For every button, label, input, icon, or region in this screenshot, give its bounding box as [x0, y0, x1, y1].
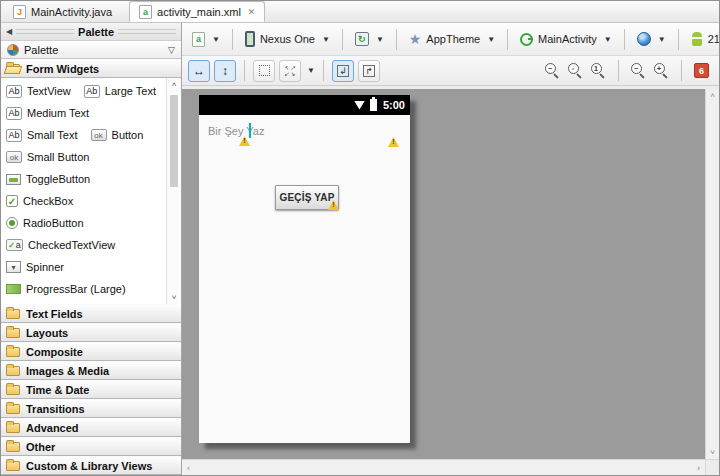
api-level-dropdown[interactable]: 21 ▼: [688, 30, 720, 48]
fill-width-toggle[interactable]: ↔: [188, 60, 210, 82]
section-transitions[interactable]: Transitions: [1, 399, 181, 418]
edittext-widget[interactable]: Bir Şey Yaz: [208, 125, 264, 137]
section-time-date[interactable]: Time & Date: [1, 380, 181, 399]
divider: [342, 29, 343, 50]
section-text-fields[interactable]: Text Fields: [1, 304, 181, 323]
divider: [232, 29, 233, 50]
section-label: Form Widgets: [26, 63, 99, 75]
zoom-fit-icon[interactable]: −: [545, 63, 560, 78]
palette-row: Small Text Button: [6, 124, 165, 146]
editor-area: ▼ Nexus One ▼ ▼ AppTheme ▼: [182, 23, 719, 475]
palette-item-button[interactable]: Button: [91, 129, 144, 141]
divider: [681, 60, 682, 81]
radiobutton-icon: [6, 217, 18, 229]
snap-to-grid-toggle[interactable]: ↲: [332, 60, 354, 82]
textview-icon: [6, 85, 22, 98]
palette-item-small-text[interactable]: Small Text: [6, 129, 78, 142]
palette-item-medium-text[interactable]: Medium Text: [6, 107, 89, 120]
android-icon: [691, 32, 703, 46]
canvas-horizontal-scrollbar[interactable]: ‹ ›: [182, 459, 705, 475]
show-constraints-toggle[interactable]: ↱: [358, 60, 380, 82]
activity-dropdown[interactable]: MainActivity ▼: [517, 31, 615, 48]
button-icon: [6, 151, 22, 163]
chevron-down-icon: ▼: [604, 35, 612, 44]
divider: [16, 29, 74, 34]
tab-activity-main-xml[interactable]: activity_main.xml ✕: [129, 1, 265, 22]
collapse-panel-icon[interactable]: ◀: [6, 27, 12, 36]
battery-icon: [370, 99, 377, 111]
palette-row: RadioButton: [6, 212, 165, 234]
scroll-right-icon[interactable]: ›: [697, 463, 700, 473]
close-tab-icon[interactable]: ✕: [248, 7, 256, 17]
canvas-vertical-scrollbar[interactable]: ˄ ˅: [705, 89, 719, 459]
section-form-widgets[interactable]: Form Widgets: [1, 59, 181, 78]
device-dropdown[interactable]: Nexus One ▼: [242, 29, 333, 49]
scroll-left-icon[interactable]: ‹: [187, 463, 190, 473]
divider: [323, 60, 324, 81]
palette-row: Spinner: [6, 256, 165, 278]
zoom-100-icon[interactable]: 1: [591, 63, 606, 78]
zoom-in-icon[interactable]: +: [654, 63, 669, 78]
device-icon: [245, 31, 255, 47]
device-preview[interactable]: 5:00 Bir Şey Yaz GEÇİŞ YAP: [199, 95, 410, 443]
margins-button[interactable]: [253, 60, 275, 82]
layout-file-icon: [139, 5, 152, 19]
palette-icon: [7, 44, 19, 56]
palette-scrollbar[interactable]: ˄ ˅: [166, 78, 181, 304]
layout-editor-window: MainActivity.java activity_main.xml ✕ ◀ …: [0, 0, 720, 476]
palette-selector-label: Palette: [24, 44, 58, 56]
section-other[interactable]: Other: [1, 437, 181, 456]
section-images-media[interactable]: Images & Media: [1, 361, 181, 380]
orientation-dropdown[interactable]: ▼: [352, 30, 387, 48]
section-layouts[interactable]: Layouts: [1, 323, 181, 342]
palette-item-large-text[interactable]: Large Text: [84, 85, 156, 98]
design-canvas[interactable]: 5:00 Bir Şey Yaz GEÇİŞ YAP ˄ ˅ ‹ ›: [182, 86, 719, 475]
warning-icon: [239, 136, 250, 146]
progressbar-icon: [6, 284, 21, 294]
configuration-dropdown[interactable]: ▼: [189, 30, 223, 49]
palette-item-small-button[interactable]: Small Button: [6, 151, 89, 163]
section-composite[interactable]: Composite: [1, 342, 181, 361]
folder-icon: [6, 461, 20, 471]
chevron-down-icon[interactable]: ▼: [307, 66, 315, 75]
palette-item-togglebutton[interactable]: ToggleButton: [6, 173, 90, 185]
palette-item-checkedtextview[interactable]: CheckedTextView: [6, 239, 115, 251]
chevron-down-icon: ▽: [168, 45, 175, 55]
divider: [118, 29, 176, 34]
status-time: 5:00: [383, 99, 405, 111]
folder-icon: [6, 366, 20, 376]
scrollbar-thumb[interactable]: [170, 95, 178, 187]
java-file-icon: [13, 5, 26, 19]
section-custom-library-views[interactable]: Custom & Library Views: [1, 456, 181, 475]
scrollbar-corner: [705, 459, 719, 475]
gravity-button[interactable]: ↖↗↙↘: [279, 60, 301, 82]
palette-item-checkbox[interactable]: CheckBox: [6, 195, 73, 207]
divider: [396, 29, 397, 50]
locale-dropdown[interactable]: ▼: [634, 30, 669, 48]
fill-height-toggle[interactable]: ↕: [214, 60, 236, 82]
open-folder-icon: [6, 64, 20, 74]
palette-view-selector[interactable]: Palette ▽: [1, 41, 181, 59]
palette-item-textview[interactable]: TextView: [6, 85, 71, 98]
error-count-badge[interactable]: 6: [694, 63, 709, 78]
zoom-out-icon[interactable]: −: [631, 63, 646, 78]
warning-icon: [388, 137, 399, 147]
warning-icon: [328, 200, 339, 210]
tab-mainactivity-java[interactable]: MainActivity.java: [4, 1, 121, 22]
palette-row: Small Button: [6, 146, 165, 168]
palette-item-spinner[interactable]: Spinner: [6, 261, 64, 273]
dotted-box-icon: [259, 65, 270, 76]
palette-item-progressbar-large[interactable]: ProgressBar (Large): [6, 283, 126, 295]
zoom-selection-icon[interactable]: ▫: [568, 63, 583, 78]
divider: [618, 60, 619, 81]
section-advanced[interactable]: Advanced: [1, 418, 181, 437]
scroll-down-icon[interactable]: ˅: [706, 448, 719, 457]
palette-item-radiobutton[interactable]: RadioButton: [6, 217, 84, 229]
folder-icon: [6, 309, 20, 319]
theme-dropdown[interactable]: AppTheme ▼: [406, 30, 498, 48]
scroll-up-icon[interactable]: ˄: [706, 91, 719, 100]
status-bar: 5:00: [199, 95, 410, 115]
scroll-down-icon[interactable]: ˅: [167, 293, 181, 302]
scroll-up-icon[interactable]: ˄: [167, 80, 181, 89]
checkbox-icon: [6, 195, 18, 207]
